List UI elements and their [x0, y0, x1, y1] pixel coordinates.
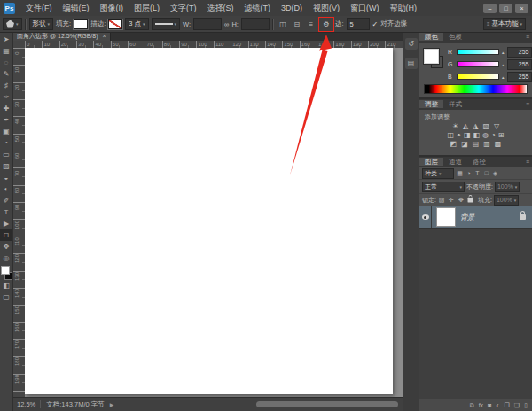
layer-thumbnail[interactable] — [436, 207, 456, 227]
layer-filter-icon[interactable]: □ — [482, 170, 490, 177]
tab-通道[interactable]: 通道 — [443, 158, 467, 166]
history-panel-icon[interactable]: ↺ — [405, 38, 418, 50]
layer-filter-icon[interactable]: T — [473, 170, 481, 177]
link-dimensions-icon[interactable]: ∞ — [224, 20, 229, 28]
adjustment-icon[interactable]: ◍ — [482, 131, 489, 140]
fill-swatch[interactable] — [74, 19, 88, 29]
path-align-icon[interactable]: ⊟ — [291, 19, 303, 30]
stroke-style-select[interactable]: ▾ — [152, 18, 181, 30]
layer-filter-icon[interactable]: ▦ — [456, 170, 464, 177]
foreground-color-proxy[interactable] — [424, 49, 439, 64]
document-tab[interactable]: 圆角六边形 @ 12.5%(RGB/8) × — [13, 32, 111, 41]
channel-value-field[interactable]: 255 — [507, 47, 532, 58]
close-button[interactable]: × — [515, 4, 528, 13]
tab-样式[interactable]: 样式 — [443, 100, 467, 108]
path-arrange-icon[interactable]: ≡ — [305, 19, 317, 30]
panel-menu-icon[interactable]: ≡ — [526, 34, 529, 40]
adjustment-icon[interactable]: ◭ — [463, 122, 468, 131]
slider-marker-icon[interactable]: ▴ — [502, 50, 505, 55]
layer-filter-icon[interactable]: ◑ — [465, 170, 473, 177]
adjustment-icon[interactable]: ◪ — [461, 140, 468, 149]
eraser-tool[interactable]: ▭ — [0, 149, 12, 160]
lock-option-icon[interactable]: ✛ — [448, 197, 455, 204]
menu-item[interactable]: 选择(S) — [202, 0, 239, 16]
menu-item[interactable]: 3D(D) — [276, 0, 308, 16]
menu-item[interactable]: 滤镜(T) — [239, 0, 277, 16]
maximize-button[interactable]: □ — [499, 4, 512, 13]
geometry-options-gear-button[interactable]: ⚙ — [320, 19, 332, 30]
dodge-tool[interactable]: ◐ — [0, 183, 12, 195]
path-selection-tool[interactable]: ▶ — [0, 218, 12, 229]
tab-调整[interactable]: 调整 — [419, 100, 443, 108]
shape-tool[interactable]: □ — [0, 229, 12, 241]
vertical-ruler[interactable]: 0102030405060708090100110120130140150160… — [13, 48, 26, 398]
screen-mode-icon[interactable]: ▢ — [0, 291, 12, 303]
hand-tool[interactable]: ✥ — [0, 241, 12, 252]
healing-brush-tool[interactable]: ✚ — [0, 103, 12, 114]
layer-filter-icon[interactable]: ◈ — [491, 170, 499, 177]
adjustment-icon[interactable]: ⊞ — [498, 131, 505, 140]
layer-style-icon[interactable]: fx — [479, 402, 483, 408]
visibility-cell[interactable] — [419, 206, 432, 228]
adjustment-icon[interactable]: ☀ — [452, 122, 458, 131]
close-tab-icon[interactable]: × — [103, 32, 106, 41]
adjustment-icon[interactable]: ▤ — [473, 140, 480, 149]
adjustment-icon[interactable]: ◔ — [491, 131, 496, 140]
adjustment-icon[interactable]: ▩ — [495, 140, 502, 149]
menu-item[interactable]: 图像(I) — [95, 0, 129, 16]
channel-slider[interactable] — [457, 61, 499, 67]
slider-marker-icon[interactable]: ▴ — [502, 74, 505, 80]
fill-opacity-field[interactable]: 100% ▾ — [494, 195, 519, 206]
brush-tool[interactable]: ✒ — [0, 114, 12, 126]
tab-路径[interactable]: 路径 — [467, 158, 491, 166]
lock-all-icon[interactable] — [467, 198, 473, 202]
menu-item[interactable]: 文字(T) — [165, 0, 202, 16]
foreground-color-swatch[interactable] — [1, 266, 10, 275]
sides-input[interactable]: 5 — [347, 18, 370, 30]
tool-preset-picker[interactable]: ▾ — [3, 18, 22, 30]
quick-selection-tool[interactable]: ✎ — [0, 68, 12, 80]
quick-mask-icon[interactable]: ◧ — [0, 280, 12, 291]
layer-row-background[interactable]: 背景 — [419, 206, 532, 229]
lock-option-icon[interactable]: ✥ — [458, 197, 465, 204]
pen-tool[interactable]: ✐ — [0, 195, 12, 206]
adjustment-icon[interactable]: ◨ — [464, 131, 471, 140]
panel-menu-icon[interactable]: ≡ — [526, 101, 529, 107]
link-layers-icon[interactable]: ⧉ — [470, 402, 474, 409]
tab-图层[interactable]: 图层 — [419, 158, 443, 166]
layer-mask-icon[interactable]: ◙ — [488, 402, 491, 408]
gradient-tool[interactable]: ▨ — [0, 160, 12, 172]
layer-filter-select[interactable]: 种类 ▾ — [422, 168, 454, 179]
tab-颜色[interactable]: 颜色 — [419, 33, 443, 41]
adjustment-layer-icon[interactable]: ◐ — [496, 402, 499, 408]
menu-item[interactable]: 文件(F) — [20, 0, 58, 16]
color-spectrum-ramp[interactable] — [424, 84, 528, 94]
menu-item[interactable]: 帮助(H) — [385, 0, 423, 16]
channel-value-field[interactable]: 255 — [507, 72, 532, 82]
menu-item[interactable]: 窗口(W) — [345, 0, 385, 16]
tab-色板[interactable]: 色板 — [443, 33, 467, 41]
marquee-tool[interactable]: ▦ — [0, 45, 12, 57]
channel-slider[interactable] — [457, 74, 499, 80]
adjustment-icon[interactable]: ◓ — [457, 131, 461, 140]
new-layer-icon[interactable]: ❏ — [514, 402, 520, 409]
clone-stamp-tool[interactable]: ▣ — [0, 126, 12, 137]
adjustment-icon[interactable]: ◧ — [473, 131, 480, 140]
panel-menu-icon[interactable]: ≡ — [526, 159, 529, 165]
adjustment-icon[interactable]: ◮ — [473, 122, 478, 131]
channel-value-field[interactable]: 255 — [507, 59, 532, 70]
move-tool[interactable]: ➤ — [0, 34, 12, 45]
align-edges-checkbox[interactable]: ✓ — [372, 20, 379, 28]
menu-item[interactable]: 图层(L) — [129, 0, 165, 16]
status-menu-arrow-icon[interactable]: ▶ — [110, 401, 114, 407]
new-group-icon[interactable]: ❒ — [505, 402, 510, 409]
blur-tool[interactable]: ◒ — [0, 172, 12, 183]
path-operations-icon[interactable]: ◫ — [277, 19, 289, 30]
menu-item[interactable]: 视图(V) — [308, 0, 345, 16]
canvas[interactable] — [25, 48, 393, 394]
adjustment-icon[interactable]: ◩ — [450, 140, 458, 149]
adjustment-icon[interactable]: ▧ — [482, 122, 489, 131]
width-input[interactable] — [193, 18, 222, 30]
adjustment-icon[interactable]: ▽ — [494, 122, 499, 131]
horizontal-scrollbar[interactable] — [256, 401, 398, 407]
